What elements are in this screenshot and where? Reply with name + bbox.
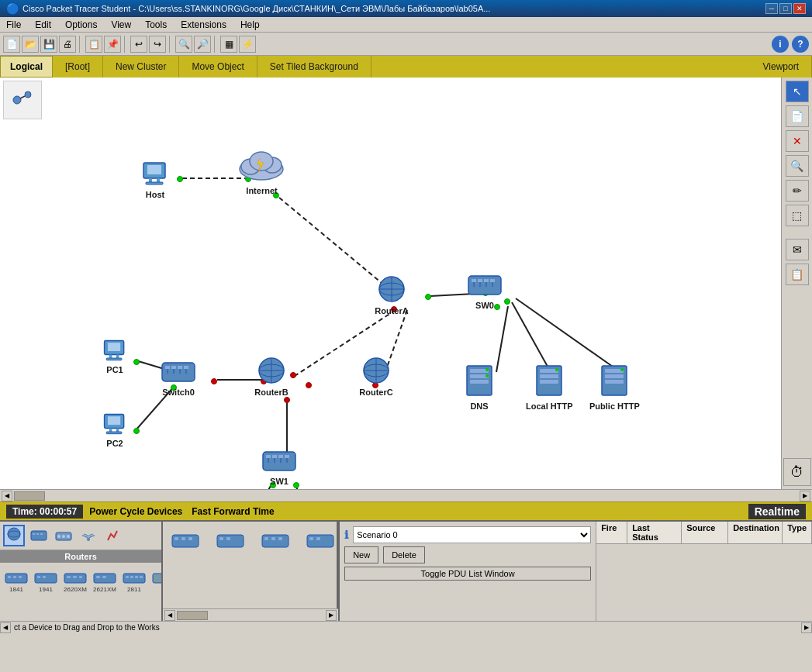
svg-rect-125 (102, 576, 106, 578)
dot-switch0-pc2-2 (133, 428, 140, 434)
undo-button[interactable]: ↩ (130, 36, 147, 53)
listed-device-2[interactable] (211, 525, 250, 556)
print-button[interactable]: 🖨 (59, 36, 76, 53)
node-routerA[interactable]: RouterA (372, 275, 411, 315)
device-scroll-right[interactable]: ▶ (326, 610, 337, 621)
device-selector: Routers 1841 1941 (0, 522, 163, 621)
svg-line-15 (512, 302, 551, 372)
open-button[interactable]: 📂 (22, 36, 39, 53)
device-2811[interactable]: 2811 (121, 566, 147, 594)
realtime-mode[interactable]: Realtime (748, 504, 806, 519)
device-category-row (0, 522, 161, 550)
menu-help[interactable]: Help (237, 19, 263, 31)
svg-rect-130 (140, 576, 143, 578)
draw-tool-button[interactable]: ✏ (786, 180, 809, 202)
col-type: Type (783, 522, 812, 543)
svg-line-14 (496, 306, 508, 372)
svg-rect-104 (33, 533, 35, 535)
listed-device-1[interactable] (166, 525, 205, 556)
node-pc1[interactable]: PC1 (101, 337, 129, 374)
nav-root[interactable]: [Root] (53, 56, 103, 78)
bottom-hint-bar: ◀ ct a Device to Drag and Drop to the Wo… (0, 621, 812, 633)
device-1841[interactable]: 1841 (3, 566, 29, 594)
nav-move-object[interactable]: Move Object (179, 56, 257, 78)
category-hubs-btn[interactable] (53, 525, 74, 546)
new-button[interactable]: 📄 (3, 36, 20, 53)
device-scroll-thumb[interactable] (177, 611, 208, 620)
zoom-out-button[interactable]: 🔎 (194, 36, 211, 53)
nav-set-tiled-bg[interactable]: Set Tiled Background (257, 56, 371, 78)
hint-scroll-right[interactable]: ▶ (801, 622, 812, 633)
delete-tool-button[interactable]: ✕ (786, 130, 809, 152)
svg-rect-143 (278, 537, 282, 540)
pdu-list-button[interactable]: 📋 (786, 264, 809, 285)
svg-rect-18 (147, 165, 161, 174)
nav-new-cluster[interactable]: New Cluster (103, 56, 179, 78)
custom-button[interactable]: ⚡ (239, 36, 256, 53)
category-switches-btn[interactable] (28, 525, 50, 546)
nav-viewport[interactable]: Viewport (751, 56, 812, 78)
maximize-button[interactable]: □ (779, 3, 792, 14)
node-host[interactable]: Host (140, 159, 171, 199)
node-sw1[interactable]: SW1 (260, 446, 299, 486)
logical-view-icon[interactable] (3, 81, 42, 119)
node-dns[interactable]: DNS (464, 363, 495, 411)
device-1941[interactable]: 1941 (33, 566, 59, 594)
listed-device-4[interactable] (301, 525, 338, 556)
scrollbar-h-thumb[interactable] (14, 491, 45, 501)
zoom-in-button[interactable]: 🔍 (175, 36, 192, 53)
redo-button[interactable]: ↪ (149, 36, 166, 53)
main-content: Host Internet (0, 78, 812, 501)
menu-view[interactable]: View (108, 19, 134, 31)
note-tool-button[interactable]: 📄 (786, 105, 809, 127)
scenario-select[interactable]: Scenario 0 (353, 526, 591, 543)
grid-button[interactable]: ▦ (220, 36, 237, 53)
delete-scenario-button[interactable]: Delete (383, 546, 425, 563)
marquee-tool-button[interactable]: ⬚ (786, 205, 809, 226)
copy-button[interactable]: 📋 (85, 36, 102, 53)
category-wireless-btn[interactable] (78, 525, 99, 546)
menu-options[interactable]: Options (62, 19, 100, 31)
info-button[interactable]: i (772, 36, 789, 53)
node-switch0[interactable]: Switch0 (159, 357, 198, 397)
listed-device-3[interactable] (256, 525, 295, 556)
menu-tools[interactable]: Tools (142, 19, 170, 31)
category-routers-btn[interactable] (3, 525, 25, 546)
minimize-button[interactable]: ─ (765, 3, 778, 14)
node-routerB[interactable]: RouterB (252, 357, 291, 397)
paste-button[interactable]: 📌 (104, 36, 121, 53)
hint-scroll-left[interactable]: ◀ (0, 622, 11, 633)
node-local-http[interactable]: Local HTTP (526, 363, 573, 411)
help-button[interactable]: ? (792, 36, 809, 53)
realtime-icon[interactable]: ⏱ (783, 458, 811, 486)
inspect-tool-button[interactable]: 🔍 (786, 155, 809, 177)
device-list-scrollbar[interactable]: ◀ ▶ (163, 608, 338, 621)
new-scenario-button[interactable]: New (344, 546, 378, 563)
node-public-http[interactable]: Public HTTP (589, 363, 640, 411)
menu-extensions[interactable]: Extensions (178, 19, 230, 31)
device-sub-icons-row: 1841 1941 2620XM (0, 563, 161, 597)
category-connections-btn[interactable] (102, 525, 124, 546)
network-canvas[interactable]: Host Internet (0, 78, 781, 489)
scroll-right-button[interactable]: ▶ (800, 491, 810, 501)
scroll-left-button[interactable]: ◀ (2, 491, 12, 501)
pdu-tool-button[interactable]: ✉ (786, 239, 809, 260)
device-2621xm[interactable]: 2621XM (92, 566, 118, 594)
select-tool-button[interactable]: ↖ (786, 81, 809, 102)
save-button[interactable]: 💾 (40, 36, 57, 53)
menu-edit[interactable]: Edit (32, 19, 54, 31)
node-internet[interactable]: Internet (237, 147, 287, 195)
fast-forward-btn[interactable]: Fast Forward Time (192, 506, 274, 517)
toggle-pdu-button[interactable]: Toggle PDU List Window (344, 567, 591, 581)
device-scroll-left[interactable]: ◀ (164, 610, 175, 621)
close-button[interactable]: ✕ (793, 3, 806, 14)
device-2620xm[interactable]: 2620XM (62, 566, 88, 594)
svg-point-95 (555, 368, 558, 371)
horizontal-scrollbar[interactable]: ◀ ▶ (0, 489, 812, 501)
device-more[interactable]: ··· ... (150, 566, 161, 594)
power-cycle-btn[interactable]: Power Cycle Devices (89, 506, 182, 517)
node-sw0[interactable]: SW0 (465, 270, 504, 310)
node-routerC[interactable]: RouterC (357, 357, 396, 397)
menu-file[interactable]: File (3, 19, 24, 31)
node-pc2[interactable]: PC2 (101, 411, 129, 448)
